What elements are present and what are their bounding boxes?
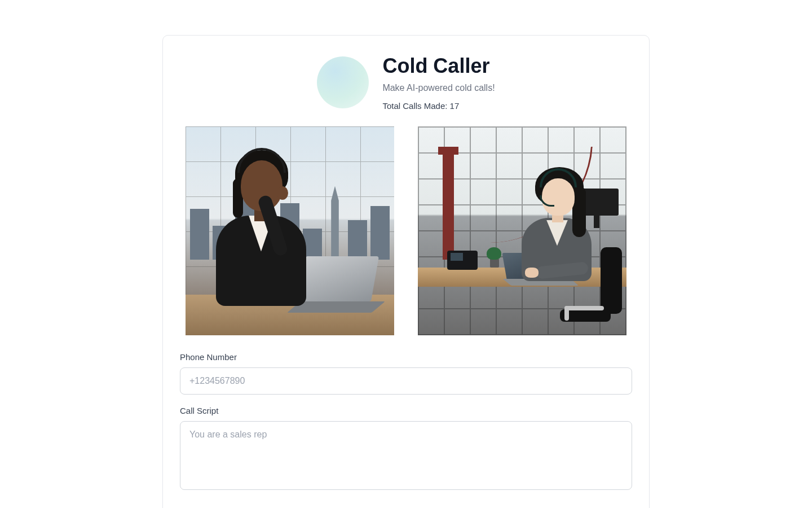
- header-text-block: Cold Caller Make AI-powered cold calls! …: [382, 55, 495, 111]
- phone-number-input[interactable]: [180, 367, 632, 395]
- call-script-input[interactable]: [180, 421, 632, 490]
- hero-image-left: [186, 126, 394, 335]
- main-card: Cold Caller Make AI-powered cold calls! …: [162, 35, 650, 508]
- call-script-label: Call Script: [180, 406, 632, 415]
- hero-image-row: [186, 126, 626, 335]
- app-logo-icon: [317, 56, 369, 108]
- hero-image-right: [418, 126, 626, 335]
- phone-number-field: Phone Number: [180, 352, 632, 395]
- header: Cold Caller Make AI-powered cold calls! …: [180, 55, 632, 111]
- phone-number-label: Phone Number: [180, 352, 632, 362]
- page-title: Cold Caller: [382, 55, 495, 77]
- page-subtitle: Make AI-powered cold calls!: [382, 83, 495, 93]
- total-calls-stat: Total Calls Made: 17: [382, 101, 495, 111]
- call-script-field: Call Script: [180, 406, 632, 492]
